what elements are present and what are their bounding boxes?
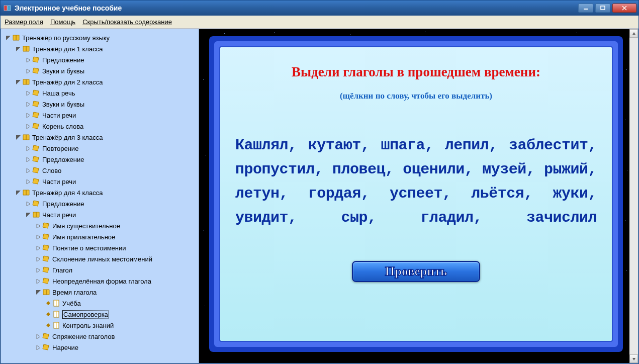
exercise-word[interactable]: летун (235, 185, 280, 202)
tree-leaf-test[interactable]: Контроль знаний (3, 320, 197, 331)
tree-node[interactable]: Понятие о местоимении (3, 242, 197, 253)
book-icon (42, 278, 50, 285)
menubar: Размер поля Помощь Скрыть/показать содер… (1, 16, 638, 29)
tree-node[interactable]: Предложение (3, 154, 197, 165)
check-button[interactable]: Проверить (352, 261, 480, 282)
chevron-right-icon[interactable] (25, 57, 31, 63)
book-icon (42, 289, 50, 296)
chevron-right-icon[interactable] (25, 123, 31, 129)
tree-node-parts-of-speech[interactable]: Части речи (3, 209, 197, 220)
chevron-right-icon[interactable] (25, 90, 31, 96)
exercise-word[interactable]: увидит (235, 209, 288, 226)
chevron-down-icon[interactable] (5, 35, 11, 41)
book-icon (42, 333, 50, 340)
chevron-right-icon[interactable] (25, 68, 31, 74)
scroll-up-button[interactable] (629, 29, 638, 38)
menu-help[interactable]: Помощь (50, 18, 75, 26)
exercise-card-inner: Выдели глаголы в прошедшем времени: (щёл… (219, 46, 613, 342)
tree-node[interactable]: Склонение личных местоимений (3, 253, 197, 264)
chevron-right-icon[interactable] (35, 223, 41, 229)
exercise-word[interactable]: рыжий (544, 161, 588, 178)
exercise-word[interactable]: заблестит (509, 137, 588, 154)
chevron-right-icon[interactable] (25, 201, 31, 207)
exercise-word[interactable]: жуки (553, 185, 588, 202)
exercise-word[interactable]: лепил (445, 137, 489, 154)
chevron-right-icon[interactable] (35, 267, 41, 273)
chevron-right-icon[interactable] (25, 156, 31, 162)
tree-node[interactable]: Наречие (3, 342, 197, 353)
tree-node-verb-tense[interactable]: Время глагола (3, 287, 197, 298)
tree-leaf-self-check[interactable]: Самопроверка (3, 309, 197, 320)
tree-node-root[interactable]: Тренажёр по русскому языку (3, 32, 197, 43)
chevron-down-icon[interactable] (35, 289, 41, 295)
tree-node[interactable]: Имя прилагательное (3, 231, 197, 242)
tree-node[interactable]: Наша речь (3, 87, 197, 99)
tree-node[interactable]: Звуки и буквы (3, 99, 197, 110)
page-icon (52, 300, 60, 307)
chevron-right-icon[interactable] (25, 145, 31, 151)
vertical-scrollbar[interactable] (629, 29, 638, 363)
chevron-down-icon[interactable] (15, 79, 21, 85)
exercise-word[interactable]: Кашлял (235, 137, 288, 154)
chevron-down-icon[interactable] (15, 190, 21, 196)
chevron-right-icon[interactable] (35, 256, 41, 262)
chevron-right-icon[interactable] (35, 245, 41, 251)
chevron-down-icon[interactable] (25, 212, 31, 218)
window-controls (578, 4, 636, 13)
tree-node[interactable]: Предложение (3, 198, 197, 209)
exercise-word[interactable]: гладил (420, 209, 473, 226)
tree-node-g1[interactable]: Тренажёр для 1 класса (3, 43, 197, 54)
chevron-right-icon[interactable] (25, 167, 31, 173)
app-icon (4, 4, 12, 12)
chevron-right-icon[interactable] (35, 333, 41, 339)
exercise-word[interactable]: оценили (403, 161, 465, 178)
exercise-word[interactable]: кутают (308, 137, 361, 154)
minimize-button[interactable] (578, 4, 593, 13)
svg-rect-1 (8, 6, 11, 11)
chevron-right-icon[interactable] (35, 278, 41, 284)
menu-field-size[interactable]: Размер поля (5, 18, 43, 26)
chevron-right-icon[interactable] (35, 234, 41, 240)
close-button[interactable] (612, 4, 636, 13)
book-icon (42, 244, 50, 251)
task-hint: (щёлкни по слову, чтобы его выделить) (340, 91, 492, 101)
scroll-down-button[interactable] (629, 354, 638, 363)
tree-label: Предложение (42, 56, 84, 64)
tree-node[interactable]: Спряжение глаголов (3, 331, 197, 342)
tree-panel[interactable]: Тренажёр по русскому языку Тренажёр для … (1, 29, 199, 363)
chevron-right-icon[interactable] (35, 344, 41, 350)
exercise-word[interactable]: сыр (341, 209, 368, 226)
chevron-right-icon[interactable] (25, 101, 31, 107)
tree-node[interactable]: Слово (3, 165, 197, 176)
chevron-right-icon[interactable] (25, 178, 31, 185)
menu-toggle-toc[interactable]: Скрыть/показать содержание (82, 18, 172, 26)
book-icon (32, 167, 40, 174)
tree-node[interactable]: Имя существительное (3, 220, 197, 231)
exercise-word[interactable]: льётся (471, 185, 524, 202)
exercise-word[interactable]: пропустил (235, 161, 315, 178)
tree-node[interactable]: Звуки и буквы (3, 65, 197, 76)
tree-label: Имя существительное (52, 222, 120, 230)
exercise-word[interactable]: гордая (308, 185, 361, 202)
tree-node[interactable]: Предложение (3, 54, 197, 65)
exercise-word[interactable]: зачислил (526, 209, 597, 226)
tree-node[interactable]: Корень слова (3, 121, 197, 132)
exercise-word[interactable]: музей (482, 161, 526, 178)
tree-node[interactable]: Глагол (3, 264, 197, 276)
tree-node[interactable]: Части речи (3, 110, 197, 121)
exercise-word[interactable]: пловец (332, 161, 385, 178)
chevron-down-icon[interactable] (15, 134, 21, 140)
maximize-button[interactable] (595, 4, 610, 13)
chevron-down-icon[interactable] (15, 46, 21, 52)
tree-node[interactable]: Части речи (3, 176, 197, 187)
tree-node-g4[interactable]: Тренажёр для 4 класса (3, 187, 197, 198)
tree-node[interactable]: Неопределённая форма глагола (3, 276, 197, 287)
tree-node-g3[interactable]: Тренажёр для 3 класса (3, 132, 197, 143)
exercise-word[interactable]: успеет (390, 185, 442, 202)
tree-leaf-study[interactable]: Учёба (3, 298, 197, 309)
tree-node-g2[interactable]: Тренажёр для 2 класса (3, 76, 197, 87)
svg-rect-0 (4, 6, 7, 11)
tree-node[interactable]: Повторение (3, 143, 197, 154)
exercise-word[interactable]: шпага (381, 137, 425, 154)
chevron-right-icon[interactable] (25, 112, 31, 118)
